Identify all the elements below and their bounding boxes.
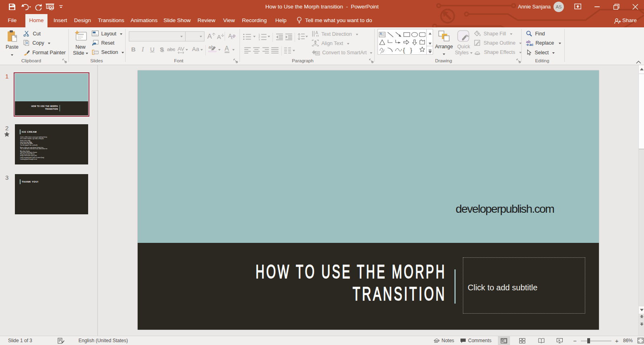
svg-text:HOW TO USE THE MORPH: HOW TO USE THE MORPH — [256, 261, 446, 282]
svg-text:ac: ac — [529, 42, 533, 46]
svg-text:A: A — [316, 31, 318, 35]
svg-text:TRANSITION: TRANSITION — [353, 283, 446, 304]
svg-text:developerpublish.com: developerpublish.com — [456, 203, 555, 215]
svg-text:3: 3 — [258, 39, 260, 41]
svg-text:}: } — [410, 47, 412, 53]
svg-text:{: { — [403, 47, 405, 53]
svg-text:A: A — [380, 32, 382, 35]
